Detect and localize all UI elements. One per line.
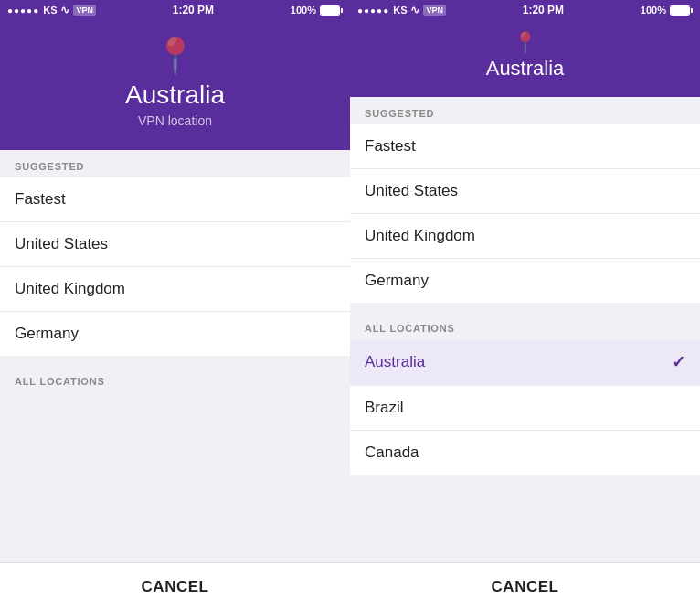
location-icon-left: 📍 bbox=[154, 38, 196, 73]
suggested-header-right: SUGGESTED bbox=[350, 97, 700, 124]
list-item[interactable]: United Kingdom bbox=[350, 214, 700, 259]
carrier-left: KS bbox=[43, 5, 57, 16]
item-label: United States bbox=[15, 235, 108, 253]
status-right-left: 100% bbox=[291, 5, 343, 16]
list-item-canada[interactable]: Canada bbox=[350, 431, 700, 475]
status-bar-left: ●●●●● KS ∿ VPN 1:20 PM 100% bbox=[0, 0, 350, 20]
wifi-left: ∿ bbox=[60, 4, 69, 16]
right-panel: ●●●●● KS ∿ VPN 1:20 PM 100% 📍 Australia … bbox=[350, 0, 700, 610]
suggested-list-left: Fastest United States United Kingdom Ger… bbox=[0, 177, 350, 356]
all-locations-header-right: ALL LOCATIONS bbox=[350, 312, 700, 339]
signal-left: ●●●●● bbox=[7, 5, 39, 16]
time-left: 1:20 PM bbox=[173, 4, 214, 16]
header-left: 📍 Australia VPN location bbox=[0, 20, 350, 150]
item-label: Canada bbox=[365, 444, 419, 462]
item-label: Brazil bbox=[365, 399, 404, 417]
vpn-badge-right: VPN bbox=[423, 5, 446, 16]
all-locations-section-left: ALL LOCATIONS bbox=[0, 365, 350, 392]
cancel-button-right[interactable]: CANCEL bbox=[350, 562, 700, 610]
header-title-left: Australia bbox=[125, 80, 225, 110]
list-item[interactable]: Germany bbox=[350, 259, 700, 303]
status-bar-right: ●●●●● KS ∿ VPN 1:20 PM 100% bbox=[350, 0, 700, 20]
item-label: United Kingdom bbox=[15, 280, 125, 298]
header-subtitle-left: VPN location bbox=[138, 113, 212, 128]
location-icon-right: 📍 bbox=[513, 33, 537, 53]
item-label: United Kingdom bbox=[365, 227, 475, 245]
suggested-list-right: Fastest United States United Kingdom Ger… bbox=[350, 124, 700, 303]
list-item-brazil[interactable]: Brazil bbox=[350, 386, 700, 431]
all-locations-header-left: ALL LOCATIONS bbox=[0, 365, 350, 392]
all-locations-list-right: Australia ✓ Brazil Canada bbox=[350, 339, 700, 475]
item-label: Fastest bbox=[15, 190, 66, 209]
battery-icon-left bbox=[320, 5, 343, 16]
vpn-badge-left: VPN bbox=[73, 5, 96, 16]
cancel-button-left[interactable]: CANCEL bbox=[0, 562, 350, 610]
left-panel: ●●●●● KS ∿ VPN 1:20 PM 100% 📍 Australia … bbox=[0, 0, 350, 610]
item-label: Germany bbox=[365, 272, 429, 290]
list-item[interactable]: Fastest bbox=[350, 124, 700, 169]
all-locations-section-right: ALL LOCATIONS Australia ✓ Brazil Canada bbox=[350, 312, 700, 475]
list-item[interactable]: United States bbox=[350, 169, 700, 214]
check-icon: ✓ bbox=[672, 352, 685, 372]
header-title-right: Australia bbox=[486, 57, 565, 80]
signal-right: ●●●●● bbox=[357, 5, 389, 16]
status-left-left: ●●●●● KS ∿ VPN bbox=[7, 4, 96, 16]
time-right: 1:20 PM bbox=[523, 4, 564, 16]
battery-pct-left: 100% bbox=[291, 5, 316, 16]
section-gap-right bbox=[350, 303, 700, 312]
item-label: Fastest bbox=[365, 137, 416, 155]
suggested-header-left: SUGGESTED bbox=[0, 150, 350, 177]
status-left-right: ●●●●● KS ∿ VPN bbox=[357, 4, 446, 16]
list-item[interactable]: United States bbox=[0, 222, 350, 267]
section-gap-left bbox=[0, 356, 350, 365]
suggested-section-right: SUGGESTED Fastest United States United K… bbox=[350, 97, 700, 303]
carrier-right: KS bbox=[393, 5, 407, 16]
list-item-australia[interactable]: Australia ✓ bbox=[350, 339, 700, 386]
battery-pct-right: 100% bbox=[641, 5, 666, 16]
item-label: Australia bbox=[365, 353, 425, 371]
item-label: United States bbox=[365, 182, 458, 200]
wifi-right: ∿ bbox=[410, 4, 419, 16]
suggested-section-left: SUGGESTED Fastest United States United K… bbox=[0, 150, 350, 356]
list-item[interactable]: United Kingdom bbox=[0, 267, 350, 312]
item-label: Germany bbox=[15, 325, 79, 343]
battery-icon-right bbox=[670, 5, 693, 16]
header-right: 📍 Australia bbox=[350, 20, 700, 97]
status-right-right: 100% bbox=[641, 5, 693, 16]
list-item[interactable]: Germany bbox=[0, 312, 350, 356]
list-item[interactable]: Fastest bbox=[0, 177, 350, 222]
